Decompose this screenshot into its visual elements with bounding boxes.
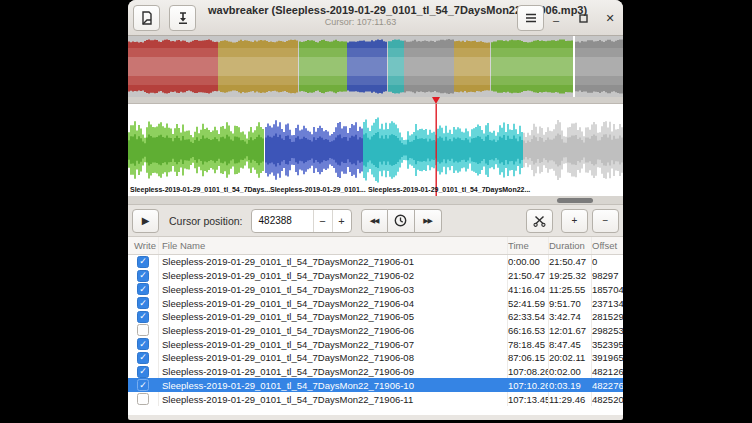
cursor-marker-icon[interactable] [432,97,440,104]
table-row[interactable]: ✓Sleepless-2019-01-29_0101_tl_54_7DaysMo… [128,337,623,351]
table-row[interactable]: ✓Sleepless-2019-01-29_0101_tl_54_7DaysMo… [128,365,623,379]
file-name-cell: Sleepless-2019-01-29_0101_tl_54_7DaysMon… [158,378,507,392]
maximize-button[interactable] [572,8,594,28]
file-name-cell: Sleepless-2019-01-29_0101_tl_54_7DaysMon… [158,365,507,379]
write-cell: ✓ [128,337,158,351]
waveform-detail-area[interactable]: Sleepless-2019-01-29_0101_tl_54_7Days...… [128,104,623,196]
table-row[interactable]: ✓Sleepless-2019-01-29_0101_tl_54_7DaysMo… [128,269,623,283]
titlebar[interactable]: wavbreaker (Sleepless-2019-01-29_0101_tl… [128,0,623,36]
track-segment-label: Sleepless-2019-01-29_0101... [270,186,366,193]
zoom-in-button[interactable]: + [561,209,588,233]
duration-cell: 20:02.11 [548,351,591,365]
zoom-out-button[interactable]: − [592,209,619,233]
seek-backward-button[interactable]: ◀◀ [361,209,388,233]
save-download-icon [176,11,190,25]
play-button[interactable]: ▶ [132,209,159,233]
table-row[interactable]: ✓Sleepless-2019-01-29_0101_tl_54_7DaysMo… [128,378,623,392]
write-checkbox[interactable]: ✓ [137,379,149,391]
time-cell: 41:16.04 [507,282,548,296]
table-row[interactable]: ✓Sleepless-2019-01-29_0101_tl_54_7DaysMo… [128,351,623,365]
menu-button[interactable] [517,5,544,31]
column-header-file-name[interactable]: File Name [158,237,507,254]
open-file-button[interactable] [133,5,160,31]
column-header-duration[interactable]: Duration [548,237,591,254]
write-cell: ✓ [128,296,158,310]
track-list-rows: ✓Sleepless-2019-01-29_0101_tl_54_7DaysMo… [128,255,623,406]
time-cell: 78:18.45 [507,337,548,351]
offset-cell: 391965 [591,351,623,365]
column-header-offset[interactable]: Offset [591,237,623,254]
time-cell: 52:41.59 [507,296,548,310]
duration-cell: 8:47.45 [548,337,591,351]
track-list-header[interactable]: Write File Name Time Duration Offset [128,237,623,255]
waveform-overview[interactable] [128,36,623,97]
duration-cell: 19:25.32 [548,269,591,283]
file-name-cell: Sleepless-2019-01-29_0101_tl_54_7DaysMon… [158,351,507,365]
window-subtitle-cursor: Cursor: 107:11.63 [208,17,513,27]
table-row[interactable]: Sleepless-2019-01-29_0101_tl_54_7DaysMon… [128,392,623,406]
scissors-cut-icon [533,214,546,227]
write-checkbox[interactable] [137,324,149,336]
write-cell: ✓ [128,269,158,283]
write-checkbox[interactable]: ✓ [137,256,149,268]
add-break-button[interactable] [526,209,553,233]
write-checkbox[interactable]: ✓ [137,311,149,323]
close-icon: ✕ [605,12,614,25]
zoom-in-icon: + [572,215,578,226]
table-row[interactable]: Sleepless-2019-01-29_0101_tl_54_7DaysMon… [128,324,623,338]
minimize-icon: – [553,14,559,26]
table-row[interactable]: ✓Sleepless-2019-01-29_0101_tl_54_7DaysMo… [128,296,623,310]
offset-cell: 298253 [591,324,623,338]
table-row[interactable]: ✓Sleepless-2019-01-29_0101_tl_54_7DaysMo… [128,282,623,296]
waveform-detail[interactable] [128,104,623,196]
column-header-write[interactable]: Write [128,237,158,254]
column-header-time[interactable]: Time [507,237,548,254]
write-checkbox[interactable]: ✓ [137,338,149,350]
file-name-cell: Sleepless-2019-01-29_0101_tl_54_7DaysMon… [158,296,507,310]
time-cell: 87:06.15 [507,351,548,365]
toolbar: ▶ Cursor position: 482388 − + ◀◀ ▶▶ [128,205,623,237]
horizontal-scrollbar[interactable] [557,198,593,203]
file-name-cell: Sleepless-2019-01-29_0101_tl_54_7DaysMon… [158,392,507,406]
write-checkbox[interactable]: ✓ [137,352,149,364]
table-row[interactable]: ✓Sleepless-2019-01-29_0101_tl_54_7DaysMo… [128,310,623,324]
offset-cell: 98297 [591,269,623,283]
seek-forward-icon: ▶▶ [423,217,432,225]
write-checkbox[interactable]: ✓ [137,366,149,378]
duration-cell: 0:02.00 [548,365,591,379]
write-cell: ✓ [128,255,158,269]
minimize-button[interactable]: – [545,10,567,30]
time-cell: 107:10.26 [507,378,548,392]
cursor-position-increment-button[interactable]: + [332,210,351,232]
seek-forward-button[interactable]: ▶▶ [415,209,442,233]
write-checkbox[interactable]: ✓ [137,297,149,309]
play-icon: ▶ [142,215,150,226]
write-checkbox[interactable]: ✓ [137,270,149,282]
cursor-position-decrement-button[interactable]: − [313,210,332,232]
minus-icon: − [319,215,325,227]
write-cell: ✓ [128,378,158,392]
duration-cell: 11:25.55 [548,282,591,296]
cursor-position-spinbutton: 482388 − + [251,209,352,233]
maximize-icon [579,14,588,23]
clock-icon [394,214,407,227]
seek-button-group: ◀◀ ▶▶ [361,209,442,233]
offset-cell: 482276 [591,378,623,392]
close-button[interactable]: ✕ [599,8,621,28]
track-segment-label: Sleepless-2019-01-29_0101_tl_54_7Days... [130,186,270,193]
cursor-position-input[interactable]: 482388 [252,210,313,232]
save-file-button[interactable] [169,5,196,31]
plus-icon: + [338,215,344,227]
file-name-cell: Sleepless-2019-01-29_0101_tl_54_7DaysMon… [158,324,507,338]
write-checkbox[interactable] [137,393,149,405]
cursor-marker-strip[interactable] [128,97,623,104]
jump-to-time-button[interactable] [388,209,415,233]
detail-scroll-strip [128,196,623,205]
write-checkbox[interactable]: ✓ [137,283,149,295]
track-segment-label: Sleepless-2019-01-29_0101_tl_54_7DaysMon… [368,186,530,193]
time-cell: 107:08.26 [507,365,548,379]
duration-cell: 3:42.74 [548,310,591,324]
file-name-cell: Sleepless-2019-01-29_0101_tl_54_7DaysMon… [158,310,507,324]
table-row[interactable]: ✓Sleepless-2019-01-29_0101_tl_54_7DaysMo… [128,255,623,269]
window-title-block: wavbreaker (Sleepless-2019-01-29_0101_tl… [208,4,513,27]
